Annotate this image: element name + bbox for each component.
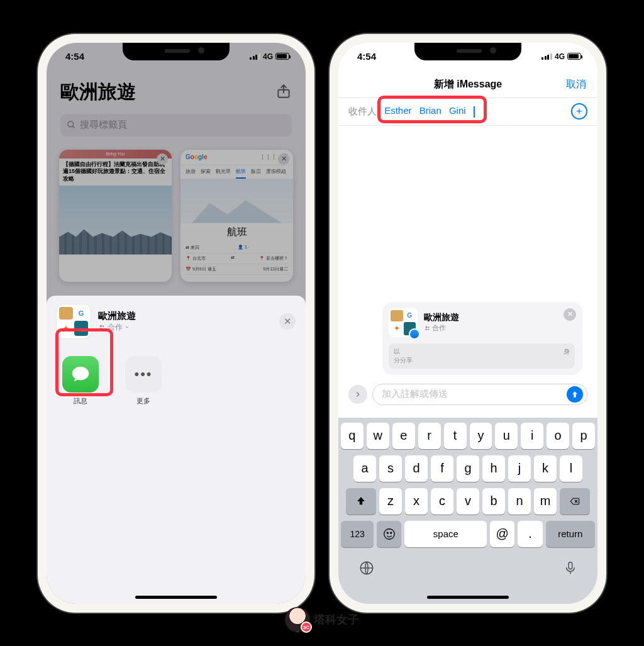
key-d[interactable]: d [405, 455, 428, 482]
delete-icon [569, 496, 581, 506]
key-return[interactable]: return [546, 521, 595, 547]
svg-point-5 [428, 326, 429, 328]
battery-icon [275, 53, 289, 60]
watermark-text: 塔科女子 [314, 612, 359, 627]
key-l[interactable]: l [560, 455, 582, 482]
key-w[interactable]: w [367, 423, 389, 449]
link-preview-card[interactable]: ✕ G ✦ 歐洲旅遊 合作 [382, 302, 582, 375]
key-y[interactable]: y [470, 423, 492, 449]
svg-point-6 [384, 528, 395, 539]
share-app-messages[interactable]: 訊息 [57, 356, 104, 406]
share-preview-thumb: G ✦ [57, 304, 91, 338]
compose-area: ✕ G ✦ 歐洲旅遊 合作 [338, 126, 597, 409]
recipients-row[interactable]: 收件人: Esther Brian Gini + [338, 98, 597, 126]
phone-right: 4:54 4G 新增 iMessage 取消 收件人: Esther Brian… [330, 34, 606, 613]
keyboard: q w e r t y u i o p a s d f g h j k l [338, 418, 597, 604]
notch [123, 43, 230, 60]
key-s[interactable]: s [379, 455, 402, 482]
key-e[interactable]: e [392, 423, 415, 449]
people-icon [424, 325, 431, 331]
nav-bar: 新增 iMessage 取消 [338, 72, 597, 98]
preview-title: 歐洲旅遊 [424, 312, 459, 323]
key-space[interactable]: space [404, 521, 487, 547]
svg-point-7 [387, 532, 388, 533]
watermark: 3C 塔科女子 [285, 607, 359, 632]
key-j[interactable]: j [508, 455, 531, 482]
key-r[interactable]: r [418, 423, 441, 449]
share-title: 歐洲旅遊 [98, 310, 279, 322]
add-contact-button[interactable]: + [571, 103, 587, 120]
key-emoji[interactable] [377, 521, 401, 547]
svg-point-8 [391, 532, 392, 533]
signal-icon [541, 53, 552, 60]
remove-attachment-button[interactable]: ✕ [564, 308, 576, 321]
globe-button[interactable] [358, 560, 375, 579]
key-m[interactable]: m [534, 488, 557, 515]
key-q[interactable]: q [341, 423, 364, 449]
preview-subtitle: 合作 [424, 323, 459, 333]
key-o[interactable]: o [547, 423, 569, 449]
key-dot[interactable]: . [518, 521, 542, 547]
mic-icon [564, 560, 577, 576]
key-x[interactable]: x [405, 488, 428, 515]
status-time: 4:54 [65, 51, 84, 62]
key-c[interactable]: c [431, 488, 453, 515]
notch [414, 43, 521, 60]
message-input[interactable]: 加入註解或傳送 [372, 384, 587, 405]
svg-rect-10 [569, 562, 572, 569]
key-b[interactable]: b [482, 488, 505, 515]
people-icon [98, 324, 106, 330]
safari-icon [409, 328, 420, 340]
key-at[interactable]: @ [490, 521, 514, 547]
key-shift[interactable] [346, 488, 376, 515]
key-g[interactable]: g [457, 455, 479, 482]
key-u[interactable]: u [495, 423, 518, 449]
key-i[interactable]: i [521, 423, 543, 449]
key-k[interactable]: k [534, 455, 557, 482]
network-label: 4G [555, 52, 565, 61]
chevron-down-icon [125, 325, 130, 330]
status-time: 4:54 [357, 51, 376, 62]
key-z[interactable]: z [379, 488, 402, 515]
battery-icon [567, 53, 581, 60]
preview-thumb: G ✦ [389, 308, 418, 337]
globe-icon [358, 560, 375, 576]
key-v[interactable]: v [457, 488, 479, 515]
expand-apps-button[interactable] [348, 385, 367, 404]
key-t[interactable]: t [444, 423, 467, 449]
arrow-up-icon [570, 390, 579, 399]
key-h[interactable]: h [482, 455, 505, 482]
watermark-badge: 3C [301, 621, 312, 633]
svg-point-3 [103, 326, 104, 328]
message-placeholder: 加入註解或傳送 [382, 388, 448, 400]
share-app-more[interactable]: ••• 更多 [119, 356, 167, 406]
close-button[interactable]: ✕ [279, 313, 296, 330]
chevron-right-icon [353, 390, 362, 399]
watermark-avatar: 3C [285, 607, 310, 632]
send-button[interactable] [567, 386, 583, 403]
recipients: Esther Brian Gini [384, 105, 480, 117]
screen-left: 4:54 4G 歐洲旅遊 搜尋標籤頁 ✕ Bring·You [47, 43, 306, 604]
phone-left: 4:54 4G 歐洲旅遊 搜尋標籤頁 ✕ Bring·You [38, 34, 314, 613]
key-p[interactable]: p [572, 423, 595, 449]
preview-collab-row[interactable]: 以 分分享 身 [389, 343, 575, 369]
cancel-button[interactable]: 取消 [566, 78, 586, 91]
key-a[interactable]: a [353, 455, 376, 482]
nav-title: 新增 iMessage [434, 78, 502, 91]
to-label: 收件人: [348, 106, 379, 118]
dictation-button[interactable] [564, 560, 577, 579]
shift-icon [355, 496, 367, 507]
home-indicator[interactable] [135, 596, 217, 599]
key-n[interactable]: n [508, 488, 531, 515]
messages-icon [62, 356, 99, 393]
key-f[interactable]: f [431, 455, 453, 482]
key-delete[interactable] [560, 488, 590, 515]
svg-point-2 [100, 325, 102, 327]
signal-icon [250, 53, 260, 60]
svg-point-4 [426, 326, 428, 328]
emoji-icon [382, 527, 396, 541]
more-icon: ••• [125, 356, 162, 393]
key-123[interactable]: 123 [341, 521, 374, 547]
share-sheet: G ✦ 歐洲旅遊 合作 ✕ [47, 296, 306, 604]
home-indicator[interactable] [427, 596, 509, 599]
